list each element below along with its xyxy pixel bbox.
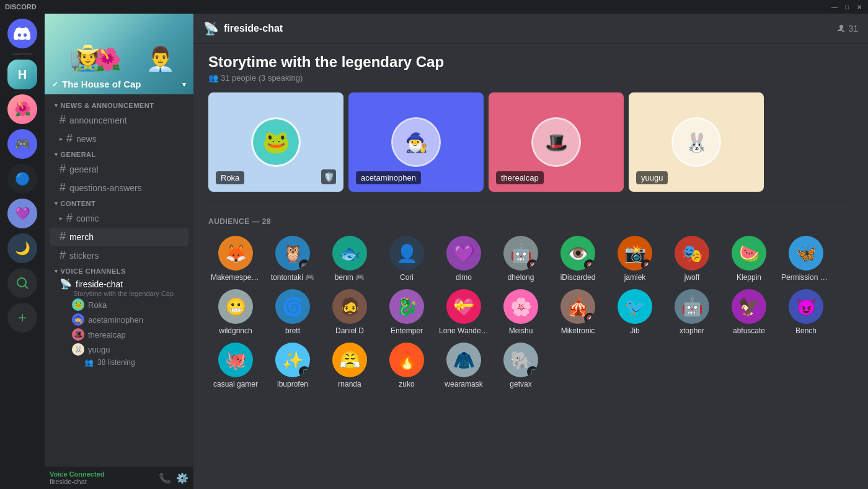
speaker-card-therealcap[interactable]: 🎩 therealcap: [489, 92, 624, 192]
audience-member-rnanda[interactable]: 😤 rnanda: [322, 340, 377, 391]
voice-subtitle: Storytime with the legendary Cap: [73, 290, 184, 297]
category-general[interactable]: ▾ GENERAL: [45, 148, 193, 159]
channel-general[interactable]: # general: [50, 160, 188, 178]
audience-avatar-jib: 🐦: [618, 289, 652, 324]
audience-member-tontontaki[interactable]: 🦉🎮 tontontaki 🎮: [265, 233, 320, 284]
speaker-card-roka[interactable]: 🐸 Roka 🛡️: [208, 92, 343, 192]
add-server-icon: +: [18, 309, 27, 326]
audience-name: Meishu: [509, 326, 533, 335]
audience-member-jamiek[interactable]: 📸🔇 jamiek: [608, 233, 662, 284]
audience-member-zuko[interactable]: 🔥 zuko: [379, 340, 434, 391]
audience-member-jib[interactable]: 🐦 Jib: [608, 287, 662, 338]
audience-member-lone-wanderer[interactable]: 💝 Lone Wanderer: [436, 287, 491, 338]
audience-member-xtopher[interactable]: 🤖 xtopher: [665, 287, 719, 338]
server-icon-5[interactable]: 💜: [7, 199, 37, 228]
audience-member-permission-man[interactable]: 🦋 Permission Man: [779, 233, 833, 284]
server-icon-house-of-cap[interactable]: H: [7, 60, 37, 89]
maximize-button[interactable]: □: [843, 3, 851, 11]
audience-member-abfuscate[interactable]: 🦅 abfuscate: [722, 287, 776, 338]
audience-avatar-daniel-d: 🧔: [332, 289, 367, 324]
audience-avatar-jamiek: 📸🔇: [618, 236, 652, 271]
server-sidebar: H 🌺 🎮 🔵 💜 🌙 +: [0, 14, 45, 489]
audience-member-casual-gamer[interactable]: 🐙 casual gamer: [208, 340, 263, 391]
speaker-card-acetaminophen[interactable]: 🧙‍♂️ acetaminophen: [348, 92, 484, 192]
audience-member-cori[interactable]: 👤 Cori: [379, 233, 434, 284]
audience-avatar-iDiscarded: 👁️🔇: [560, 236, 595, 271]
audience-member-meishu[interactable]: 🌸 Meishu: [494, 287, 548, 338]
audience-member-bench[interactable]: 😈 Bench: [779, 287, 833, 338]
audience-member-makemespeakrr[interactable]: 🦊 Makemespeakrr: [208, 233, 263, 284]
channel-comic[interactable]: ▸ # comic: [50, 209, 188, 227]
audience-avatar-miketronic: 🎪🔇: [560, 289, 595, 324]
add-server-button[interactable]: +: [7, 303, 37, 333]
people-icon-stage: 👥: [208, 73, 218, 83]
audience-member-brett[interactable]: 🌀 brett: [265, 287, 320, 338]
server-icon-6[interactable]: 🌙: [7, 233, 37, 263]
audience-member-dhelong[interactable]: 🤖🔇 dhelong: [494, 233, 548, 284]
speaker-avatar-therealcap: 🎩: [531, 117, 581, 167]
audience-member-ibuprofen[interactable]: ✨🎵 ibuprofen: [265, 340, 320, 391]
server-dropdown-arrow[interactable]: ▾: [182, 80, 186, 89]
audience-member-iDiscarded[interactable]: 👁️🔇 iDiscarded: [551, 233, 605, 284]
audience-avatar-kleppin: 🍉: [732, 236, 766, 271]
audience-member-benm[interactable]: 🐟 benm 🎮: [322, 233, 377, 284]
stage-divider: [208, 207, 853, 207]
channel-news[interactable]: ▸ # news: [50, 130, 188, 148]
audience-member-wildgrinch[interactable]: 😬 wildgrinch: [208, 287, 263, 338]
settings-icon[interactable]: ⚙️: [176, 472, 188, 484]
audience-name: wearamask: [445, 380, 482, 388]
server-icon-3[interactable]: 🎮: [7, 129, 37, 159]
voice-user-roka[interactable]: 🐸 Roka: [72, 297, 184, 312]
audience-name: Makemespeakrr: [211, 273, 260, 282]
hash-icon-comic: #: [66, 212, 73, 225]
voice-user-therealcap[interactable]: 🎩 therealcap: [72, 327, 184, 342]
server-icon-2[interactable]: 🌺: [7, 94, 37, 124]
audience-member-daniel-d[interactable]: 🧔 Daniel D: [322, 287, 377, 338]
audience-avatar-casual-gamer: 🐙: [218, 343, 253, 377]
audience-member-kleppin[interactable]: 🍉 Kleppin: [722, 233, 776, 284]
moderator-badge: 🛡️: [321, 169, 336, 184]
phone-icon[interactable]: 📞: [159, 472, 171, 484]
server-icon-4[interactable]: 🔵: [7, 164, 37, 194]
audience-name: zuko: [399, 380, 414, 388]
audience-avatar-jwoff: 🎭: [675, 236, 709, 271]
audience-member-miketronic[interactable]: 🎪🔇 Miketronic: [551, 287, 605, 338]
hash-icon-general: #: [60, 163, 66, 176]
member-count[interactable]: 31: [836, 24, 858, 34]
voice-controls[interactable]: 📞 ⚙️: [159, 472, 188, 484]
audience-member-jwoff[interactable]: 🎭 jwoff: [665, 233, 719, 284]
audience-member-getvax[interactable]: 🐘🎵 getvax: [494, 340, 548, 391]
search-server-button[interactable]: [7, 268, 37, 298]
voice-user-list: 🐸 Roka 🧙 acetaminophen 🎩 therealcap 🐰 yu…: [60, 297, 184, 368]
channel-merch[interactable]: # merch: [50, 228, 188, 246]
close-button[interactable]: ✕: [856, 3, 863, 11]
voice-channel-header: 📡 fireside-chat: [60, 278, 184, 290]
category-news-announcement[interactable]: ▾ NEWS & ANNOUNCEMENT: [45, 99, 193, 110]
minimize-button[interactable]: —: [831, 3, 838, 11]
server-banner: 🧑‍🌾 🌺 👨‍💼 ✓ The House of Cap ▾: [45, 14, 193, 94]
audience-member-dimo[interactable]: 💜 dimo: [436, 233, 491, 284]
window-controls[interactable]: — □ ✕: [831, 3, 863, 11]
channel-stickers[interactable]: # stickers: [50, 246, 188, 264]
voice-user-acetaminophen[interactable]: 🧙 acetaminophen: [72, 312, 184, 327]
category-voice-channels[interactable]: ▾ VOICE CHANNELS: [45, 265, 193, 276]
audience-name: iDiscarded: [560, 273, 596, 282]
audience-avatar-zuko: 🔥: [389, 343, 424, 377]
audience-name: abfuscate: [733, 326, 765, 335]
category-arrow-general: ▾: [55, 151, 58, 158]
speaker-avatar-yuugu: 🐰: [671, 117, 721, 167]
channel-announcement[interactable]: # announcement: [50, 111, 188, 129]
audience-avatar-permission-man: 🦋: [789, 236, 823, 271]
discord-home-button[interactable]: [7, 19, 37, 48]
speaker-card-yuugu[interactable]: 🐰 yuugu: [629, 92, 764, 192]
category-content[interactable]: ▾ CONTENT: [45, 197, 193, 209]
voice-channel-fireside-chat[interactable]: 📡 fireside-chat Storytime with the legen…: [50, 277, 188, 369]
audience-avatar-ibuprofen: ✨🎵: [275, 343, 310, 377]
voice-user-yuugu[interactable]: 🐰 yuugu: [72, 342, 184, 357]
channel-questions-answers[interactable]: # questions-answers: [50, 179, 188, 197]
voice-status: Voice Connected fireside-chat: [50, 470, 104, 485]
audience-member-entemper[interactable]: 🐉 Entemper: [379, 287, 434, 338]
server-header[interactable]: 🧑‍🌾 🌺 👨‍💼 ✓ The House of Cap ▾: [45, 14, 193, 94]
audience-name: Cori: [400, 273, 414, 282]
audience-member-wearamask[interactable]: 🧥 wearamask: [436, 340, 491, 391]
